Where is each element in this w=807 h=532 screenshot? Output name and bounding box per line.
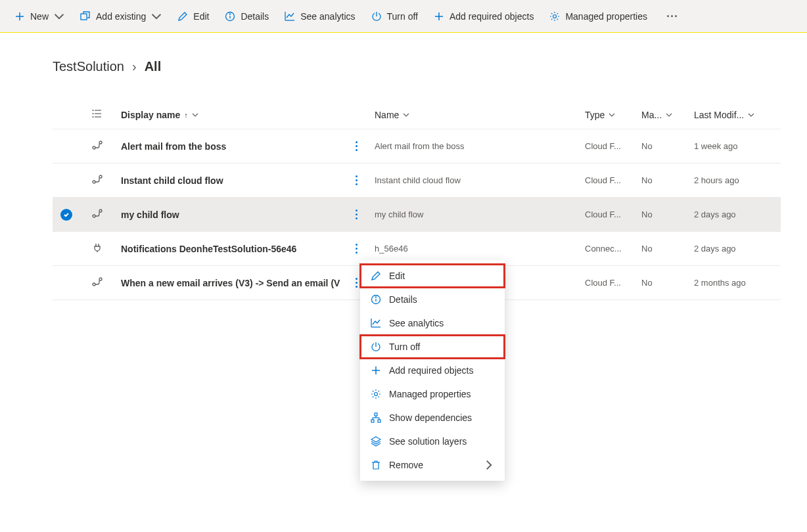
info-icon [371, 294, 381, 300]
name-header[interactable]: Name [375, 110, 585, 120]
svg-point-22 [93, 283, 95, 286]
display-name-cell[interactable]: Notifications DeonheTestSolution-56e46 [121, 244, 348, 254]
last-modified-cell: 1 week ago [694, 141, 773, 151]
last-modified-cell: 2 days ago [694, 210, 773, 219]
display-name-cell[interactable]: When a new email arrives (V3) -> Send an… [121, 278, 348, 288]
plus-icon [434, 11, 444, 22]
gear-icon [549, 11, 560, 22]
list-icon [92, 108, 103, 119]
add-required-label: Add required objects [450, 11, 534, 22]
row-more-button[interactable] [348, 207, 364, 223]
turn-off-label: Turn off [387, 11, 418, 22]
chevron-down-icon [54, 11, 64, 22]
row-more-button[interactable] [348, 139, 364, 154]
plus-icon [14, 11, 25, 22]
edit-button[interactable]: Edit [171, 7, 216, 26]
row-more-button[interactable] [348, 173, 364, 188]
chevron-down-icon [151, 11, 162, 22]
analytics-label: See analytics [300, 11, 355, 22]
svg-point-13 [93, 110, 93, 111]
details-button[interactable]: Details [218, 7, 275, 26]
pencil-icon [177, 11, 188, 22]
last-modified-cell: 2 days ago [694, 244, 773, 254]
last-modified-header[interactable]: Last Modif... [694, 110, 773, 120]
breadcrumb-separator: › [132, 59, 137, 74]
display-name-header[interactable]: Display name ↑ [121, 110, 348, 120]
managed-cell: No [641, 141, 694, 151]
svg-point-17 [99, 141, 102, 144]
power-icon [371, 11, 382, 22]
managed-properties-button[interactable]: Managed properties [543, 7, 654, 26]
name-cell: Instant child cloud flow [375, 175, 585, 185]
pencil-icon [371, 271, 381, 281]
svg-point-5 [230, 14, 231, 14]
svg-point-9 [553, 14, 557, 18]
flow-icon [92, 174, 121, 187]
type-icon-column[interactable] [92, 108, 121, 121]
command-bar: New Add existing Edit Details See analyt… [0, 0, 807, 33]
name-cell: my child flow [375, 210, 585, 219]
type-header[interactable]: Type [585, 110, 641, 120]
info-icon [225, 11, 235, 22]
display-name-cell[interactable]: Instant child cloud flow [121, 175, 348, 186]
add-existing-label: Add existing [96, 11, 146, 22]
type-cell: Cloud F... [585, 175, 641, 185]
svg-point-21 [99, 210, 102, 212]
svg-point-16 [93, 146, 95, 149]
name-cell: Alert mail from the boss [375, 141, 585, 151]
managed-cell: No [641, 244, 694, 254]
svg-point-18 [93, 181, 95, 183]
table-row[interactable]: Alert mail from the bossAlert mail from … [53, 129, 781, 164]
svg-point-23 [99, 278, 102, 280]
menu-edit[interactable]: Edit [360, 264, 505, 288]
breadcrumb: TestSolution › All [53, 59, 781, 74]
name-cell: h_56e46 [375, 244, 585, 254]
svg-point-20 [93, 215, 95, 217]
context-menu: Edit Details See analytics Turn off Add … [360, 260, 505, 300]
plug-icon [92, 242, 121, 255]
chevron-down-icon [666, 112, 672, 118]
chevron-down-icon [192, 112, 198, 118]
chevron-down-icon [748, 112, 754, 118]
type-cell: Cloud F... [585, 210, 641, 219]
type-cell: Cloud F... [585, 278, 641, 288]
table-row[interactable]: Instant child cloud flowInstant child cl… [53, 164, 781, 198]
new-button[interactable]: New [8, 7, 71, 26]
display-name-cell[interactable]: my child flow [121, 210, 348, 220]
row-select[interactable] [60, 209, 92, 221]
add-required-button[interactable]: Add required objects [427, 7, 540, 26]
chart-icon [285, 11, 295, 22]
type-cell: Cloud F... [585, 141, 641, 151]
turn-off-button[interactable]: Turn off [365, 7, 425, 26]
chevron-down-icon [609, 112, 615, 118]
svg-rect-2 [81, 14, 87, 20]
table-row[interactable]: my child flowmy child flowCloud F...No2 … [53, 198, 781, 232]
managed-cell: No [641, 278, 694, 288]
managed-cell: No [641, 210, 694, 219]
chevron-down-icon [403, 112, 409, 118]
flow-icon [92, 277, 121, 289]
add-existing-button[interactable]: Add existing [74, 7, 168, 26]
row-more-button[interactable] [348, 241, 364, 257]
managed-properties-label: Managed properties [565, 11, 647, 22]
last-modified-cell: 2 hours ago [694, 175, 773, 185]
breadcrumb-current: All [145, 59, 162, 74]
table-header: Display name ↑ Name Type Ma... Last Modi… [53, 100, 781, 129]
ellipsis-icon [663, 11, 681, 21]
menu-details[interactable]: Details [360, 288, 505, 300]
last-modified-cell: 2 months ago [694, 278, 773, 288]
managed-cell: No [641, 175, 694, 185]
sort-ascending-icon: ↑ [184, 111, 188, 119]
svg-point-14 [93, 114, 93, 114]
new-label: New [30, 11, 49, 22]
managed-header[interactable]: Ma... [641, 110, 694, 120]
more-commands-button[interactable] [657, 7, 687, 25]
display-name-cell[interactable]: Alert mail from the boss [121, 141, 348, 152]
flow-icon [92, 208, 121, 221]
check-icon [60, 209, 72, 221]
breadcrumb-solution[interactable]: TestSolution [53, 59, 124, 74]
add-existing-icon [80, 11, 91, 22]
analytics-button[interactable]: See analytics [278, 7, 361, 26]
details-label: Details [241, 11, 269, 22]
svg-point-19 [99, 175, 102, 178]
